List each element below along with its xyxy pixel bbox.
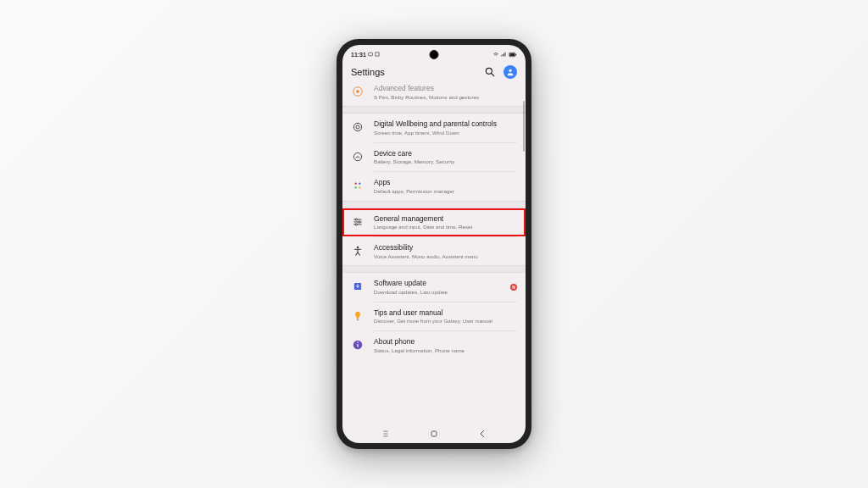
person-icon [506,68,515,76]
battery-icon [509,52,517,57]
account-avatar[interactable] [504,65,517,79]
svg-point-29 [357,341,359,343]
section-gap [342,201,526,208]
svg-rect-1 [376,53,379,56]
phone-frame: 11:31 Settings [337,39,531,449]
svg-point-16 [355,186,357,188]
svg-point-12 [357,123,358,124]
about-phone-icon [351,338,364,352]
row-title: Device care [374,149,517,158]
page-title: Settings [351,67,476,77]
section-gap [342,265,526,273]
row-sub: S Pen, Bixby Routines, Motions and gestu… [374,94,517,101]
row-sub: Default apps, Permission manager [374,188,517,195]
row-about-phone[interactable]: About phone Status, Legal information, P… [342,331,526,359]
row-sub: Discover, Get more from your Galaxy, Use… [374,318,517,324]
svg-point-7 [509,69,511,72]
signal-icon [501,52,506,57]
row-sub: Voice Assistant, Mono audio, Assistant m… [374,253,517,260]
svg-line-6 [492,74,494,76]
nav-back[interactable] [476,428,488,440]
search-icon [484,66,496,78]
nav-recents[interactable] [380,428,392,440]
svg-point-21 [359,220,360,222]
status-msg-icon [368,52,373,57]
row-sub: Download updates, Last update [374,289,501,296]
row-title: Apps [374,178,517,187]
row-title: Digital Wellbeing and parental controls [374,119,517,129]
row-general-management[interactable]: General management Language and input, D… [342,208,526,236]
wifi-icon [493,52,498,57]
row-device-care[interactable]: Device care Battery, Storage, Memory, Se… [342,143,526,171]
row-title: Software update [374,279,501,288]
svg-rect-4 [515,54,516,55]
general-management-icon [351,215,364,229]
status-time: 11:31 [351,52,366,58]
front-camera [430,50,439,59]
software-update-icon [351,280,364,293]
row-software-update[interactable]: Software update Download updates, Last u… [342,273,526,301]
svg-rect-3 [509,53,515,56]
settings-list[interactable]: Advanced features S Pen, Bixby Routines,… [342,84,526,359]
svg-point-9 [356,90,359,93]
search-button[interactable] [483,65,497,79]
row-accessibility[interactable]: Accessibility Voice Assistant, Mono audi… [342,237,526,265]
svg-point-17 [359,186,360,188]
row-advanced-features[interactable]: Advanced features S Pen, Bixby Routines,… [342,84,526,106]
svg-point-15 [359,183,360,185]
device-care-icon [351,150,364,164]
row-title: Advanced features [374,84,517,93]
app-header: Settings [342,62,526,84]
svg-point-14 [355,183,357,185]
row-title: Tips and user manual [374,308,517,318]
phone-screen: 11:31 Settings [342,45,526,443]
tips-icon [351,309,364,323]
svg-point-24 [357,247,359,248]
accessibility-icon [351,244,364,258]
wellbeing-icon [351,120,364,134]
update-badge: N [510,284,517,291]
row-sub: Language and input, Date and time, Reset [374,224,517,230]
row-tips[interactable]: Tips and user manual Discover, Get more … [342,302,526,330]
row-sub: Status, Legal information, Phone name [374,347,517,354]
svg-point-5 [486,68,492,74]
svg-rect-33 [431,431,437,436]
row-title: Accessibility [374,243,517,252]
nav-home[interactable] [428,428,440,440]
svg-point-23 [355,223,357,225]
svg-point-11 [356,125,359,129]
svg-point-19 [355,218,357,219]
row-title: General management [374,214,517,224]
advanced-features-icon [351,85,364,98]
apps-icon [351,179,364,192]
row-sub: Battery, Storage, Memory, Security [374,158,517,165]
svg-point-10 [353,124,361,131]
svg-rect-28 [357,344,358,347]
row-apps[interactable]: Apps Default apps, Permission manager [342,172,526,200]
row-title: About phone [374,337,517,347]
status-app-icon [375,52,380,57]
svg-rect-0 [369,53,373,56]
row-digital-wellbeing[interactable]: Digital Wellbeing and parental controls … [342,114,526,141]
nav-bar [342,424,526,443]
row-sub: Screen time, App timers, Wind Down [374,130,517,136]
svg-rect-26 [357,319,359,320]
section-gap [342,106,526,114]
